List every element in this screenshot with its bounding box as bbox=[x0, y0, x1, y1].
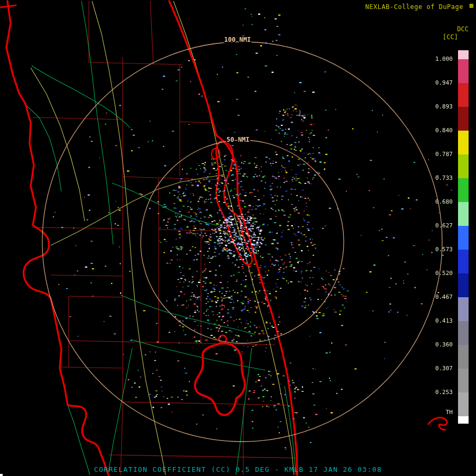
cod-logo-icon: ▩ bbox=[470, 2, 473, 9]
colorbar-segment bbox=[458, 107, 469, 131]
colorbar-segment bbox=[458, 273, 469, 297]
corner-pixel bbox=[0, 474, 3, 476]
coastline-fragment bbox=[428, 418, 447, 430]
colorbar-segment bbox=[458, 345, 469, 369]
radar-display: 100 NMI 50 NMI NEXLAB-College of DuPage … bbox=[0, 0, 476, 476]
colorbar-units: [CC] bbox=[443, 33, 458, 41]
range-ring-50nmi bbox=[141, 140, 344, 343]
colorbar-tick-label: 0.947 bbox=[425, 79, 453, 86]
colorbar-segment bbox=[458, 250, 469, 273]
colorbar-tick-label: 0.733 bbox=[425, 175, 453, 181]
colorbar-tick-label: 0.360 bbox=[425, 341, 453, 348]
status-text: CORRELATION COEFFICIENT (CC) 0.5 DEG - K… bbox=[94, 465, 382, 473]
colorbar-segment bbox=[458, 392, 469, 416]
colorbar-th-segment bbox=[458, 416, 469, 424]
colorbar-tick-label: 0.627 bbox=[425, 222, 453, 229]
colorbar-segment bbox=[458, 50, 469, 59]
colorbar-tick-label: 0.307 bbox=[425, 365, 453, 372]
colorbar-tick-label: 0.413 bbox=[425, 317, 453, 324]
colorbar-tick-label: 0.787 bbox=[425, 151, 453, 158]
colorbar-tick-label: 0.893 bbox=[425, 103, 453, 110]
colorbar-segment bbox=[458, 369, 469, 392]
colorbar-title: DCC bbox=[457, 25, 469, 33]
overlay-layer: 100 NMI 50 NMI bbox=[0, 0, 476, 476]
colorbar-segment bbox=[458, 321, 469, 345]
colorbar-segment bbox=[458, 154, 469, 178]
range-ring-100nmi bbox=[42, 42, 442, 442]
colorbar-tick-label: 0.253 bbox=[425, 389, 453, 396]
colorbar-tick-label: 0.680 bbox=[425, 198, 453, 205]
colorbar-tick-label: 0.840 bbox=[425, 127, 453, 134]
colorbar-tick-label: 0.573 bbox=[425, 246, 453, 253]
colorbar-segment bbox=[458, 59, 469, 83]
colorbar-tick-label: 0.467 bbox=[425, 294, 453, 300]
colorbar-segment bbox=[458, 202, 469, 226]
colorbar-segment bbox=[458, 131, 469, 154]
colorbar bbox=[458, 50, 469, 416]
colorbar-segment bbox=[458, 297, 469, 321]
colorbar-tick-label: 1.000 bbox=[425, 56, 453, 62]
colorbar-tick-label: 0.520 bbox=[425, 270, 453, 277]
colorbar-segment bbox=[458, 226, 469, 250]
range-ring-100nmi-label: 100 NMI bbox=[224, 36, 251, 43]
colorbar-th-label: TH bbox=[425, 409, 453, 416]
colorbar-segment bbox=[458, 83, 469, 107]
brand-text: NEXLAB-College of DuPage bbox=[365, 3, 463, 11]
colorbar-segment bbox=[458, 178, 469, 202]
range-ring-50nmi-label: 50 NMI bbox=[226, 136, 249, 143]
